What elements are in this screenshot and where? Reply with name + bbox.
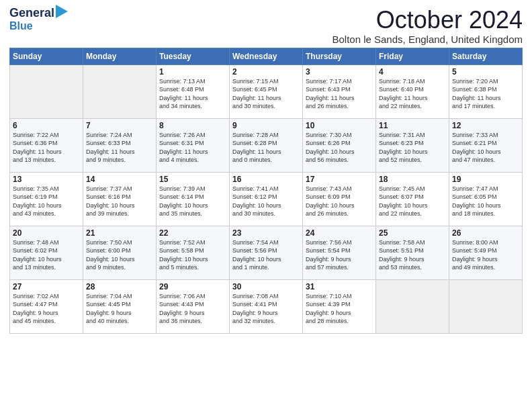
calendar-cell: 19Sunrise: 7:47 AM Sunset: 6:05 PM Dayli… <box>449 172 523 226</box>
day-number: 28 <box>86 282 153 291</box>
calendar-cell: 31Sunrise: 7:10 AM Sunset: 4:39 PM Dayli… <box>303 279 376 333</box>
day-number: 18 <box>379 175 446 184</box>
logo: General Blue <box>9 7 68 32</box>
day-info: Sunrise: 7:13 AM Sunset: 6:48 PM Dayligh… <box>159 77 226 111</box>
day-number: 16 <box>232 175 300 184</box>
day-info: Sunrise: 7:41 AM Sunset: 6:12 PM Dayligh… <box>232 185 300 218</box>
day-info: Sunrise: 7:56 AM Sunset: 5:54 PM Dayligh… <box>306 238 373 272</box>
calendar-cell: 28Sunrise: 7:04 AM Sunset: 4:45 PM Dayli… <box>83 279 157 333</box>
calendar-week-row: 6Sunrise: 7:22 AM Sunset: 6:36 PM Daylig… <box>10 118 523 172</box>
day-number: 5 <box>452 67 519 77</box>
calendar-cell: 27Sunrise: 7:02 AM Sunset: 4:47 PM Dayli… <box>10 279 83 333</box>
day-info: Sunrise: 7:54 AM Sunset: 5:56 PM Dayligh… <box>232 238 300 272</box>
calendar-cell: 8Sunrise: 7:26 AM Sunset: 6:31 PM Daylig… <box>157 118 230 172</box>
day-info: Sunrise: 7:15 AM Sunset: 6:45 PM Dayligh… <box>232 77 300 111</box>
calendar-cell: 30Sunrise: 7:08 AM Sunset: 4:41 PM Dayli… <box>230 279 303 333</box>
day-number: 14 <box>86 175 153 184</box>
day-number: 22 <box>159 228 226 238</box>
logo-text: General <box>9 7 54 20</box>
day-info: Sunrise: 7:17 AM Sunset: 6:43 PM Dayligh… <box>306 77 373 111</box>
calendar-table: SundayMondayTuesdayWednesdayThursdayFrid… <box>9 48 523 334</box>
day-info: Sunrise: 7:50 AM Sunset: 6:00 PM Dayligh… <box>86 238 153 272</box>
day-info: Sunrise: 8:00 AM Sunset: 5:49 PM Dayligh… <box>452 238 519 272</box>
day-info: Sunrise: 7:24 AM Sunset: 6:33 PM Dayligh… <box>86 131 153 165</box>
month-title: October 2024 <box>332 7 523 34</box>
calendar-cell: 1Sunrise: 7:13 AM Sunset: 6:48 PM Daylig… <box>157 64 230 118</box>
calendar-cell: 4Sunrise: 7:18 AM Sunset: 6:40 PM Daylig… <box>376 64 449 118</box>
day-info: Sunrise: 7:47 AM Sunset: 6:05 PM Dayligh… <box>452 185 519 218</box>
day-number: 8 <box>159 121 226 130</box>
day-number: 1 <box>159 67 226 77</box>
calendar-cell: 14Sunrise: 7:37 AM Sunset: 6:16 PM Dayli… <box>83 172 157 226</box>
logo-arrow-icon <box>56 5 68 18</box>
day-number: 31 <box>306 282 373 291</box>
day-number: 27 <box>13 282 80 291</box>
day-number: 4 <box>379 67 446 77</box>
calendar-cell: 21Sunrise: 7:50 AM Sunset: 6:00 PM Dayli… <box>83 226 157 279</box>
calendar-cell: 7Sunrise: 7:24 AM Sunset: 6:33 PM Daylig… <box>83 118 157 172</box>
calendar-cell: 2Sunrise: 7:15 AM Sunset: 6:45 PM Daylig… <box>230 64 303 118</box>
day-number: 7 <box>86 121 153 130</box>
day-info: Sunrise: 7:39 AM Sunset: 6:14 PM Dayligh… <box>159 185 226 218</box>
day-number: 13 <box>13 175 80 184</box>
day-info: Sunrise: 7:37 AM Sunset: 6:16 PM Dayligh… <box>86 185 153 218</box>
day-number: 20 <box>13 228 80 238</box>
page-container: General Blue October 2024 Bolton le Sand… <box>0 0 532 338</box>
day-header-friday: Friday <box>376 48 449 64</box>
calendar-cell: 24Sunrise: 7:56 AM Sunset: 5:54 PM Dayli… <box>303 226 376 279</box>
calendar-cell <box>449 279 523 333</box>
calendar-cell: 10Sunrise: 7:30 AM Sunset: 6:26 PM Dayli… <box>303 118 376 172</box>
day-header-wednesday: Wednesday <box>230 48 303 64</box>
day-number: 15 <box>159 175 226 184</box>
day-info: Sunrise: 7:20 AM Sunset: 6:38 PM Dayligh… <box>452 77 519 111</box>
day-number: 9 <box>232 121 300 130</box>
day-number: 21 <box>86 228 153 238</box>
calendar-cell: 18Sunrise: 7:45 AM Sunset: 6:07 PM Dayli… <box>376 172 449 226</box>
day-info: Sunrise: 7:18 AM Sunset: 6:40 PM Dayligh… <box>379 77 446 111</box>
calendar-cell: 15Sunrise: 7:39 AM Sunset: 6:14 PM Dayli… <box>157 172 230 226</box>
day-number: 19 <box>452 175 519 184</box>
day-info: Sunrise: 7:58 AM Sunset: 5:51 PM Dayligh… <box>379 238 446 272</box>
calendar-week-row: 1Sunrise: 7:13 AM Sunset: 6:48 PM Daylig… <box>10 64 523 118</box>
day-info: Sunrise: 7:48 AM Sunset: 6:02 PM Dayligh… <box>13 238 80 272</box>
day-info: Sunrise: 7:02 AM Sunset: 4:47 PM Dayligh… <box>13 292 80 326</box>
day-info: Sunrise: 7:22 AM Sunset: 6:36 PM Dayligh… <box>13 131 80 165</box>
day-number: 24 <box>306 228 373 238</box>
calendar-cell: 16Sunrise: 7:41 AM Sunset: 6:12 PM Dayli… <box>230 172 303 226</box>
day-info: Sunrise: 7:35 AM Sunset: 6:19 PM Dayligh… <box>13 185 80 218</box>
calendar-week-row: 20Sunrise: 7:48 AM Sunset: 6:02 PM Dayli… <box>10 226 523 279</box>
day-number: 2 <box>232 67 300 77</box>
calendar-cell: 25Sunrise: 7:58 AM Sunset: 5:51 PM Dayli… <box>376 226 449 279</box>
day-info: Sunrise: 7:43 AM Sunset: 6:09 PM Dayligh… <box>306 185 373 218</box>
day-info: Sunrise: 7:10 AM Sunset: 4:39 PM Dayligh… <box>306 292 373 326</box>
day-number: 10 <box>306 121 373 130</box>
calendar-cell: 26Sunrise: 8:00 AM Sunset: 5:49 PM Dayli… <box>449 226 523 279</box>
calendar-cell: 9Sunrise: 7:28 AM Sunset: 6:28 PM Daylig… <box>230 118 303 172</box>
day-info: Sunrise: 7:30 AM Sunset: 6:26 PM Dayligh… <box>306 131 373 165</box>
calendar-cell <box>376 279 449 333</box>
calendar-header-row: SundayMondayTuesdayWednesdayThursdayFrid… <box>10 48 523 64</box>
calendar-cell <box>10 64 83 118</box>
calendar-cell: 5Sunrise: 7:20 AM Sunset: 6:38 PM Daylig… <box>449 64 523 118</box>
day-number: 29 <box>159 282 226 291</box>
day-info: Sunrise: 7:28 AM Sunset: 6:28 PM Dayligh… <box>232 131 300 165</box>
header: General Blue October 2024 Bolton le Sand… <box>9 7 523 45</box>
day-number: 25 <box>379 228 446 238</box>
calendar-cell: 20Sunrise: 7:48 AM Sunset: 6:02 PM Dayli… <box>10 226 83 279</box>
day-header-sunday: Sunday <box>10 48 83 64</box>
day-info: Sunrise: 7:06 AM Sunset: 4:43 PM Dayligh… <box>159 292 226 326</box>
calendar-cell <box>83 64 157 118</box>
day-number: 6 <box>13 121 80 130</box>
day-info: Sunrise: 7:33 AM Sunset: 6:21 PM Dayligh… <box>452 131 519 165</box>
calendar-cell: 17Sunrise: 7:43 AM Sunset: 6:09 PM Dayli… <box>303 172 376 226</box>
logo-blue: Blue <box>9 20 33 32</box>
day-header-monday: Monday <box>83 48 157 64</box>
calendar-cell: 23Sunrise: 7:54 AM Sunset: 5:56 PM Dayli… <box>230 226 303 279</box>
day-info: Sunrise: 7:26 AM Sunset: 6:31 PM Dayligh… <box>159 131 226 165</box>
day-info: Sunrise: 7:45 AM Sunset: 6:07 PM Dayligh… <box>379 185 446 218</box>
day-header-thursday: Thursday <box>303 48 376 64</box>
day-info: Sunrise: 7:52 AM Sunset: 5:58 PM Dayligh… <box>159 238 226 272</box>
calendar-cell: 6Sunrise: 7:22 AM Sunset: 6:36 PM Daylig… <box>10 118 83 172</box>
calendar-cell: 13Sunrise: 7:35 AM Sunset: 6:19 PM Dayli… <box>10 172 83 226</box>
day-header-saturday: Saturday <box>449 48 523 64</box>
